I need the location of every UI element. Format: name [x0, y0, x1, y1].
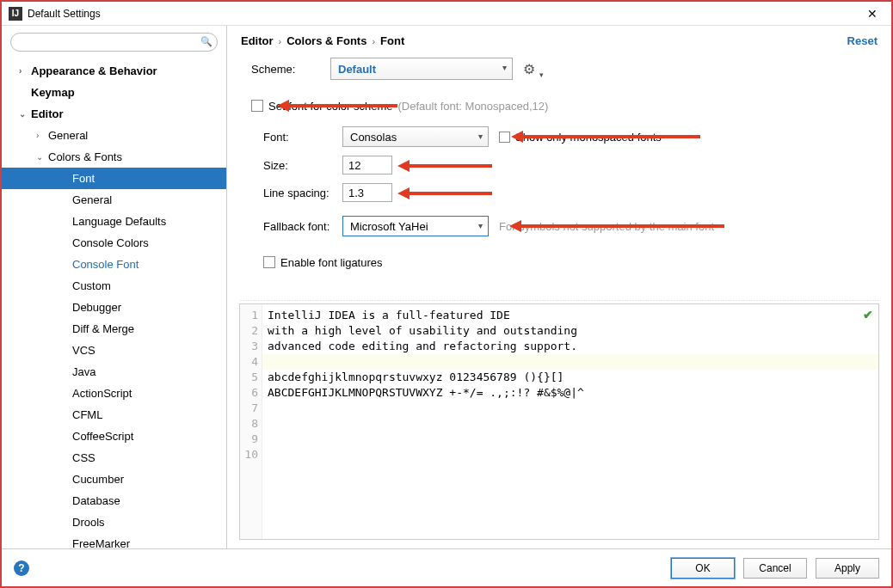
tree-item[interactable]: ActionScript: [2, 383, 226, 404]
tree-item-label: Appearance & Behavior: [31, 64, 157, 77]
tree-item-label: Keymap: [31, 86, 75, 99]
tree-item-label: CFML: [72, 408, 102, 421]
size-label: Size:: [263, 159, 342, 172]
tree-item-label: General: [48, 129, 88, 142]
set-font-label: Set font for color scheme: [268, 100, 393, 113]
app-icon: IJ: [9, 7, 22, 21]
footer: ? OK Cancel Apply: [2, 548, 891, 586]
crumb-font: Font: [380, 34, 404, 47]
fallback-select[interactable]: Microsoft YaHei ▾: [342, 216, 489, 236]
tree-item-label: Colors & Fonts: [48, 150, 122, 163]
tree-item-label: Font: [72, 172, 95, 185]
settings-tree[interactable]: ›Appearance & BehaviorKeymap⌄Editor›Gene…: [2, 57, 226, 548]
tree-arrow-icon: ›: [36, 131, 48, 140]
gear-icon[interactable]: ⚙: [523, 61, 535, 77]
annotation-arrow: [397, 187, 492, 199]
tree-item-label: VCS: [72, 344, 95, 357]
tree-item[interactable]: FreeMarker: [2, 533, 226, 548]
monospaced-label: Show only monospaced fonts: [515, 131, 662, 144]
chevron-down-icon: ▾: [502, 63, 507, 72]
tree-item-label: Language Defaults: [72, 215, 166, 228]
monospaced-checkbox[interactable]: [499, 132, 510, 143]
tree-arrow-icon: ›: [19, 66, 31, 76]
tree-item[interactable]: Database: [2, 490, 226, 511]
line-spacing-input[interactable]: [342, 183, 392, 202]
ok-button[interactable]: OK: [671, 558, 735, 579]
close-icon[interactable]: ✕: [855, 3, 890, 25]
tree-item-label: Custom: [72, 279, 111, 292]
reset-link[interactable]: Reset: [847, 34, 878, 47]
tree-item[interactable]: CoffeeScript: [2, 426, 226, 447]
tree-item-label: Debugger: [72, 301, 121, 314]
content-pane: Editor › Colors & Fonts › Font Reset Sch…: [227, 26, 891, 548]
tree-item[interactable]: Language Defaults: [2, 211, 226, 232]
chevron-right-icon: ›: [279, 36, 282, 46]
cancel-button[interactable]: Cancel: [743, 558, 807, 579]
chevron-down-icon: ▾: [478, 132, 483, 141]
tree-item-label: Editor: [31, 107, 64, 120]
crumb-colors-fonts: Colors & Fonts: [286, 34, 366, 47]
tree-item-label: Cucumber: [72, 473, 124, 486]
apply-button[interactable]: Apply: [816, 558, 879, 579]
preview-text[interactable]: IntelliJ IDEA is a full-featured IDEwith…: [262, 304, 878, 539]
tree-item[interactable]: Cucumber: [2, 469, 226, 490]
set-font-hint: (Default font: Monospaced,12): [398, 100, 549, 113]
search-input[interactable]: [10, 33, 218, 52]
ligatures-checkbox[interactable]: [263, 256, 275, 268]
tree-item[interactable]: ›General: [2, 125, 226, 146]
scheme-value: Default: [338, 63, 376, 76]
tree-item[interactable]: Keymap: [2, 82, 226, 103]
settings-window: IJ Default Settings ✕ 🔍 ›Appearance & Be…: [0, 0, 893, 588]
titlebar: IJ Default Settings ✕: [2, 2, 891, 26]
fallback-hint: For symbols not supported by the main fo…: [499, 220, 714, 233]
tree-item-label: CSS: [72, 451, 95, 464]
tree-item-label: ActionScript: [72, 387, 132, 400]
tree-item-label: Java: [72, 365, 95, 378]
splitter-grip[interactable]: [239, 297, 879, 303]
size-input[interactable]: [342, 156, 392, 175]
sidebar: 🔍 ›Appearance & BehaviorKeymap⌄Editor›Ge…: [2, 26, 227, 548]
line-spacing-label: Line spacing:: [263, 187, 342, 199]
tree-item[interactable]: CFML: [2, 404, 226, 426]
fallback-label: Fallback font:: [263, 220, 342, 233]
tree-item[interactable]: Drools: [2, 511, 226, 533]
tree-item[interactable]: CSS: [2, 447, 226, 469]
tree-item-label: Console Colors: [72, 236, 149, 249]
tree-item-label: General: [72, 193, 112, 206]
tree-item[interactable]: ›Appearance & Behavior: [2, 60, 226, 82]
scheme-select[interactable]: Default ▾: [330, 58, 513, 80]
breadcrumb: Editor › Colors & Fonts › Font Reset: [227, 26, 891, 58]
gutter: 12345678910: [240, 304, 262, 539]
set-font-checkbox[interactable]: [251, 100, 263, 112]
window-title: Default Settings: [28, 8, 855, 20]
tree-item[interactable]: Diff & Merge: [2, 318, 226, 340]
tree-item[interactable]: Font: [2, 168, 226, 189]
tree-item-label: Database: [72, 494, 120, 507]
crumb-editor: Editor: [241, 34, 274, 47]
tree-item[interactable]: Debugger: [2, 297, 226, 318]
tree-item[interactable]: General: [2, 189, 226, 211]
tree-item[interactable]: Java: [2, 361, 226, 383]
tree-item[interactable]: ⌄Colors & Fonts: [2, 146, 226, 168]
tree-item-label: Drools: [72, 516, 105, 529]
font-select[interactable]: Consolas ▾: [342, 126, 489, 147]
monospaced-checkbox-row: Show only monospaced fonts: [499, 131, 662, 144]
font-label: Font:: [263, 131, 342, 144]
help-icon[interactable]: ?: [14, 560, 29, 576]
font-value: Consolas: [350, 131, 397, 144]
tree-item[interactable]: ⌄Editor: [2, 103, 226, 125]
tree-item-label: Console Font: [72, 258, 139, 271]
tree-arrow-icon: ⌄: [19, 109, 31, 119]
tree-item[interactable]: Custom: [2, 275, 226, 297]
tree-item-label: Diff & Merge: [72, 322, 134, 335]
scheme-label: Scheme:: [251, 63, 330, 76]
ligatures-label: Enable font ligatures: [280, 256, 383, 269]
tree-item-label: CoffeeScript: [72, 430, 133, 443]
font-preview: 12345678910 IntelliJ IDEA is a full-feat…: [239, 303, 879, 540]
tree-item-label: FreeMarker: [72, 537, 130, 548]
fallback-value: Microsoft YaHei: [350, 220, 428, 233]
tree-arrow-icon: ⌄: [36, 152, 48, 162]
tree-item[interactable]: Console Font: [2, 254, 226, 275]
tree-item[interactable]: VCS: [2, 340, 226, 361]
tree-item[interactable]: Console Colors: [2, 232, 226, 254]
